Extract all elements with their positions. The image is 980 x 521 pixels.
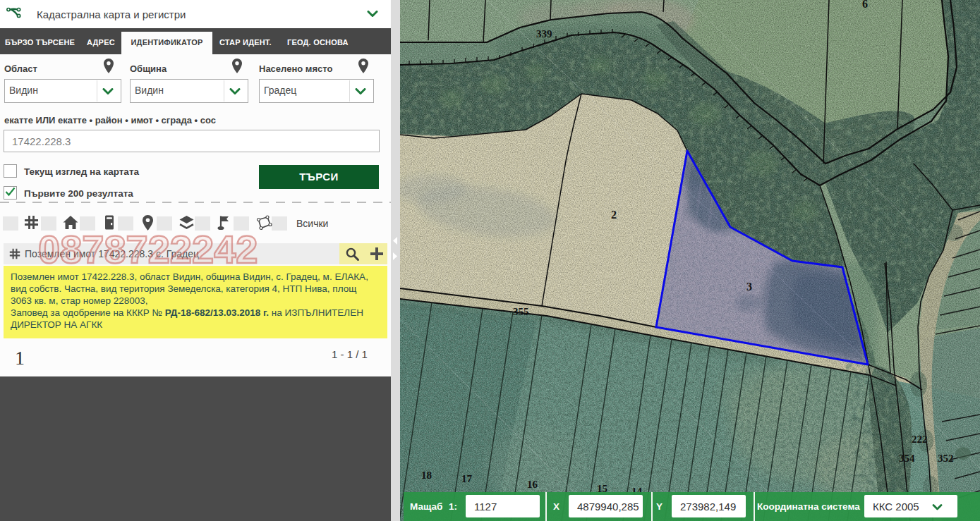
svg-text:339: 339 (536, 28, 552, 39)
svg-text:6: 6 (862, 0, 868, 10)
svg-text:16: 16 (527, 479, 538, 490)
svg-text:3: 3 (746, 281, 752, 293)
svg-text:354: 354 (899, 453, 915, 464)
svg-text:352: 352 (938, 453, 954, 464)
svg-text:355: 355 (513, 306, 529, 317)
svg-text:222: 222 (912, 434, 928, 445)
svg-text:2: 2 (611, 209, 617, 221)
svg-text:18: 18 (421, 470, 432, 481)
svg-text:17: 17 (461, 473, 473, 484)
